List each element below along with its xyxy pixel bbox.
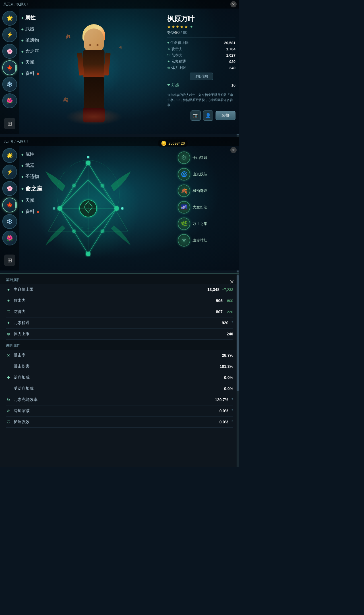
detail-critrate-text: 暴击率	[14, 353, 26, 358]
char-ground-glow	[65, 108, 122, 125]
detail-shield-help[interactable]: ?	[231, 420, 233, 424]
nav2-item-info[interactable]: 资料	[21, 209, 42, 215]
svg-point-18	[87, 156, 89, 158]
svg-point-15	[101, 184, 104, 187]
detail-def-row: 🛡 防御力 807 +220	[6, 306, 233, 317]
char-eye-l	[89, 44, 91, 46]
nav-item-artifact[interactable]: 圣遗物	[21, 37, 39, 43]
nav2-item-weapon[interactable]: 武器	[21, 163, 42, 169]
char-legs	[84, 77, 104, 111]
detail-cd-values: 0.0% ?	[219, 409, 233, 413]
section-divider-2	[0, 270, 239, 273]
skill-name-1: 千山红遍	[193, 155, 207, 160]
stamina-value: 240	[229, 66, 235, 70]
detail-def-text: 防御力	[14, 309, 26, 314]
skill-name-3: 枫袖奇谭	[193, 188, 207, 193]
avatar-6[interactable]: 🌺	[2, 93, 17, 108]
sidebar2-avatar-4-active[interactable]: 🍁	[2, 198, 17, 212]
avatar-5[interactable]: ❄️	[2, 77, 17, 92]
svg-point-16	[72, 229, 76, 233]
sidebar-1: 🌟 ⚡ 🌸 🍁 ❄️ 🌺 ⊞	[0, 9, 19, 134]
avatar-4-active[interactable]: 🍁	[2, 60, 17, 75]
skill-item-2[interactable]: 🌀 山岚残芯	[178, 168, 235, 181]
detail-em-text: 元素精通	[14, 320, 30, 325]
hp-value: 20,581	[224, 41, 235, 45]
advanced-stats-label: 进阶属性	[0, 340, 239, 350]
skill-item-6[interactable]: ⚜ 血赤叶红	[178, 234, 235, 247]
scrollbar-thumb-2[interactable]	[237, 270, 239, 272]
detail-def-label: 🛡 防御力	[6, 309, 26, 314]
nav-item-weapon[interactable]: 武器	[21, 26, 39, 32]
hp-icon: ♥	[167, 41, 169, 45]
nav-item-talent[interactable]: 天赋	[21, 60, 39, 65]
sidebar-bottom: ⊞	[4, 118, 15, 129]
detail-hp-text: 生命值上限	[14, 287, 34, 292]
detail-critrate-row: ✕ 暴击率 28.7%	[6, 350, 233, 361]
nav-item-constellation[interactable]: 命之座	[21, 48, 39, 54]
detail-stamina-base: 240	[227, 332, 233, 336]
detail-em-icon: ✦	[6, 321, 11, 325]
sidebar2-grid-button[interactable]: ⊞	[4, 255, 15, 266]
skill-icon-2: 🌀	[178, 168, 190, 181]
nav2-item-attr[interactable]: 属性	[21, 151, 42, 157]
detail-button[interactable]: 详细信息	[190, 73, 213, 80]
skill-item-3[interactable]: 🍂 枫袖奇谭	[178, 184, 235, 197]
scrollbar-track-2[interactable]	[237, 270, 239, 273]
detail-er-label: ↻ 元素充能效率	[6, 397, 38, 402]
scrollbar-thumb-1[interactable]	[237, 134, 239, 135]
svg-point-19	[121, 207, 123, 210]
nav2-item-constellation[interactable]: 命之座	[21, 185, 42, 192]
topbar-2-title: 风元素 / 枫原万叶	[3, 139, 30, 144]
detail-cd-help[interactable]: ?	[231, 409, 233, 413]
detail-er-help[interactable]: ?	[231, 398, 233, 402]
detail-critrate-value: 28.7%	[222, 353, 233, 358]
nav2-item-talent[interactable]: 天赋	[21, 198, 42, 204]
grid-button[interactable]: ⊞	[4, 118, 15, 129]
star-3: ★	[176, 24, 179, 29]
scrollbar-track-1[interactable]	[237, 134, 239, 137]
skill-item-4[interactable]: 🌌 大空幻法	[178, 201, 235, 214]
detail-heal-icon: ✚	[6, 375, 11, 380]
sidebar2-avatar-2[interactable]: ⚡	[2, 165, 17, 179]
char-head	[84, 28, 104, 51]
skill-item-1[interactable]: ⏱ 千山红遍	[178, 151, 235, 164]
detail-em-help[interactable]: ?	[231, 321, 233, 325]
leaf-particle-3: 🍂	[63, 97, 68, 102]
equip-button[interactable]: 装扮	[216, 111, 235, 120]
nav-item-info[interactable]: 资料	[21, 71, 39, 77]
stars-row: ★ ★ ★ ★ ★ ✦	[167, 24, 235, 29]
star-4: ★	[180, 24, 184, 29]
sidebar2-avatar-3[interactable]: 🌸	[2, 181, 17, 196]
char-torso	[83, 50, 105, 78]
detail-inheal-icon	[6, 386, 11, 391]
skill-icon-4: 🌌	[178, 201, 190, 214]
leaf-particle-2: 🍂	[118, 45, 123, 50]
detail-heal-label: ✚ 治疗加成	[6, 375, 30, 380]
favor-row: ❤ 好感 10	[167, 83, 235, 90]
detail-shield-row: 🛡 护盾强效 0.0% ?	[6, 417, 233, 428]
nav-item-attr[interactable]: 属性	[21, 14, 39, 21]
detail-hp-bonus: +7,233	[222, 288, 233, 292]
detail-hp-icon: ♥	[6, 287, 11, 292]
avatar-1[interactable]: 🌟	[2, 11, 17, 26]
detail-shield-value: 0.0%	[219, 420, 228, 424]
equip-avatar-button[interactable]: 👤	[203, 110, 213, 121]
sidebar2-avatar-6[interactable]: 🌺	[2, 231, 17, 245]
stat-atk: ⚔ 攻击力 1,704	[167, 46, 235, 52]
avatar-3[interactable]: 🌸	[2, 44, 17, 59]
stats-close-button[interactable]: ✕	[229, 278, 234, 285]
constellation-diagram	[28, 149, 148, 268]
sidebar2-avatar-1[interactable]: 🌟	[2, 148, 17, 163]
detail-critrate-icon: ✕	[6, 353, 11, 358]
sidebar2-avatar-5[interactable]: ❄️	[2, 214, 17, 229]
topbar-1-title: 风元素 / 枫原万叶	[3, 2, 30, 7]
stats-scrollbar-thumb[interactable]	[237, 275, 239, 391]
stats-scrollbar[interactable]	[237, 274, 239, 467]
nav2-item-artifact[interactable]: 圣遗物	[21, 174, 42, 180]
close-button-1[interactable]: ✕	[230, 1, 237, 7]
nav2-info-badge	[37, 211, 39, 213]
skill-item-5[interactable]: 🌿 万世之集	[178, 218, 235, 230]
avatar-2[interactable]: ⚡	[2, 27, 17, 42]
equip-camera-button[interactable]: 📷	[191, 110, 201, 121]
constellation-svg	[28, 149, 148, 268]
